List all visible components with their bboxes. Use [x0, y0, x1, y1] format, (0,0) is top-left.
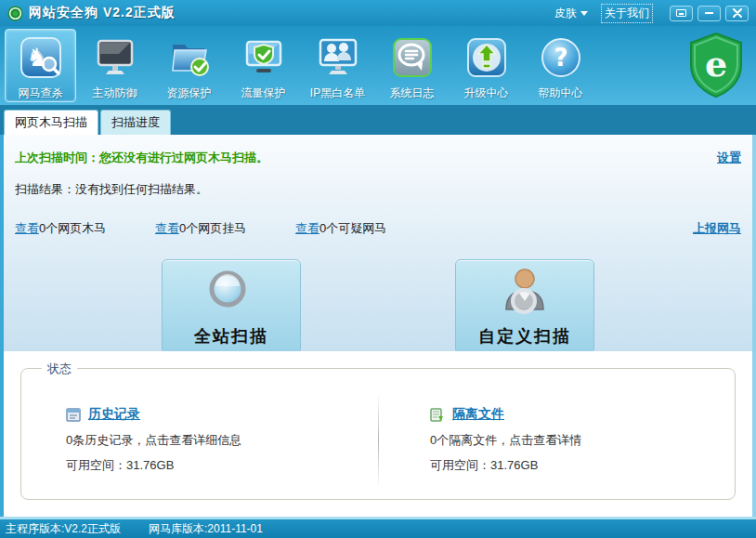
log-bubble-icon — [387, 33, 437, 83]
minimize-icon — [705, 12, 713, 14]
custom-scan-label: 自定义扫描 — [478, 325, 571, 348]
person-magnifier-icon — [496, 266, 554, 323]
app-logo-icon — [7, 6, 23, 21]
magnifier-icon — [202, 266, 260, 323]
history-free-space: 可用空间：31.76GB — [66, 457, 241, 474]
hanging-trojan-counter-text: 0个网页挂马 — [179, 221, 246, 235]
history-icon — [66, 408, 81, 422]
toolbar-item-system-log[interactable]: 系统日志 — [376, 29, 448, 102]
folder-check-icon — [164, 33, 215, 83]
toolbar-item-label: 网马查杀 — [19, 85, 63, 101]
toolbar-item-label: 流量保护 — [241, 85, 286, 101]
toolbar-item-traffic-protect[interactable]: 流量保护 — [228, 29, 299, 102]
tab-scan-progress[interactable]: 扫描进度 — [100, 110, 171, 135]
status-groupbox: 状态 历史记录 0条历史记录，点击查看详细信息 可用空间：31.76GB — [20, 368, 736, 500]
hanging-trojan-counter: 查看0个网页挂马 — [155, 220, 295, 237]
toolbar-item-resource-protect[interactable]: 资源保护 — [153, 29, 225, 102]
skin-menu-button[interactable]: 皮肤 — [554, 6, 588, 21]
main-version-text: 主程序版本:V2.2正式版 — [6, 521, 121, 537]
help-question-icon: ? — [536, 33, 586, 83]
close-icon — [733, 8, 742, 18]
tab-webshell-scan[interactable]: 网页木马扫描 — [4, 110, 98, 135]
toolbar-item-label: IP黑白名单 — [310, 85, 365, 101]
view-suspicious-link[interactable]: 查看 — [295, 221, 319, 235]
history-link[interactable]: 历史记录 — [88, 406, 140, 423]
status-divider — [378, 393, 379, 488]
svg-text:e: e — [705, 43, 727, 85]
db-version-text: 网马库版本:2011-11-01 — [149, 521, 263, 537]
toolbar-item-webshell-scan[interactable]: ♞ 网马查杀 — [5, 29, 76, 102]
toolbar-item-active-defense[interactable]: 主动防御 — [79, 29, 150, 102]
monitor-users-icon — [313, 33, 363, 83]
suspicious-counter-text: 0个可疑网马 — [319, 221, 386, 235]
view-hanging-trojan-link[interactable]: 查看 — [155, 221, 179, 235]
quarantine-section: 隔离文件 0个隔离文件，点击查看详情 可用空间：31.76GB — [430, 406, 581, 474]
scan-result-text: 扫描结果：没有找到任何扫描结果。 — [15, 181, 741, 198]
full-site-scan-button[interactable]: 全站扫描 — [162, 259, 301, 354]
quarantine-desc: 0个隔离文件，点击查看详情 — [430, 432, 581, 449]
minimize-button[interactable] — [697, 6, 721, 21]
suspicious-counter: 查看0个可疑网马 — [295, 220, 436, 237]
chevron-down-icon — [580, 11, 588, 16]
toolbar-item-label: 帮助中心 — [539, 85, 583, 101]
scan-panel: 上次扫描时间：您还没有进行过网页木马扫描。 设置 扫描结果：没有找到任何扫描结果… — [4, 135, 752, 351]
custom-scan-button[interactable]: 自定义扫描 — [455, 259, 594, 354]
minimize-to-tray-button[interactable] — [670, 6, 693, 21]
full-site-scan-label: 全站扫描 — [194, 325, 268, 348]
history-section: 历史记录 0条历史记录，点击查看详细信息 可用空间：31.76GB — [66, 406, 241, 474]
status-legend: 状态 — [42, 361, 77, 377]
webshell-scan-icon: ♞ — [16, 33, 66, 83]
brand-shield-logo: e — [687, 32, 745, 102]
webshell-counter: 查看0个网页木马 — [15, 220, 155, 237]
toolbar-item-label: 资源保护 — [167, 85, 212, 101]
titlebar: 网站安全狗 V2.2正式版 皮肤 关于我们 — [0, 0, 756, 26]
toolbar-item-help-center[interactable]: ? 帮助中心 — [525, 29, 596, 102]
main-toolbar: ♞ 网马查杀 主动防御 — [0, 26, 756, 105]
bottom-statusbar: 主程序版本:V2.2正式版 网马库版本:2011-11-01 — [0, 517, 756, 538]
settings-link[interactable]: 设置 — [717, 150, 741, 166]
close-button[interactable] — [725, 6, 749, 21]
toolbar-item-label: 升级中心 — [464, 85, 509, 101]
monitor-shield-icon — [239, 33, 289, 83]
quarantine-free-space: 可用空间：31.76GB — [430, 457, 581, 474]
upgrade-arrow-icon — [462, 33, 512, 83]
tray-icon — [676, 9, 686, 17]
quarantine-link[interactable]: 隔离文件 — [452, 406, 504, 423]
last-scan-time-text: 上次扫描时间：您还没有进行过网页木马扫描。 — [15, 150, 268, 166]
history-desc: 0条历史记录，点击查看详细信息 — [66, 432, 241, 449]
app-window: 网站安全狗 V2.2正式版 皮肤 关于我们 — [0, 0, 756, 538]
svg-text:?: ? — [554, 44, 567, 72]
toolbar-item-ip-list[interactable]: IP黑白名单 — [302, 29, 373, 102]
webshell-counter-text: 0个网页木马 — [39, 221, 106, 235]
tab-bar: 网页木马扫描 扫描进度 — [0, 105, 756, 135]
toolbar-item-label: 主动防御 — [93, 85, 137, 101]
report-trojan-link[interactable]: 上报网马 — [693, 220, 741, 237]
monitor-icon — [90, 33, 140, 83]
about-us-button[interactable]: 关于我们 — [601, 4, 653, 23]
quarantine-icon — [430, 408, 445, 422]
skin-menu-label: 皮肤 — [554, 6, 577, 21]
toolbar-item-upgrade-center[interactable]: 升级中心 — [450, 29, 522, 102]
window-title: 网站安全狗 V2.2正式版 — [29, 5, 176, 21]
view-webshell-link[interactable]: 查看 — [15, 221, 39, 235]
toolbar-item-label: 系统日志 — [390, 85, 435, 101]
status-area: 状态 历史记录 0条历史记录，点击查看详细信息 可用空间：31.76GB — [4, 351, 752, 517]
